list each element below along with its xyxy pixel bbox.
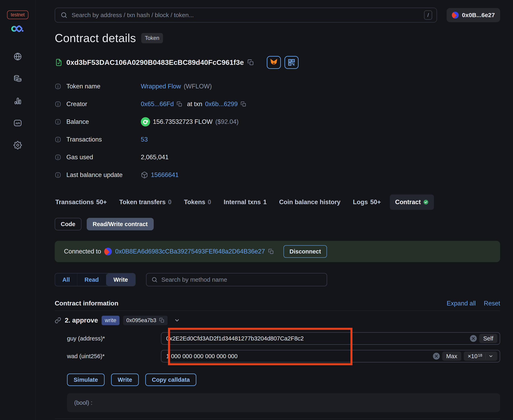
guy-address-input[interactable] — [166, 335, 468, 342]
globe-icon[interactable] — [13, 52, 22, 61]
param-label: guy (address)* — [55, 335, 161, 342]
info-icon — [55, 154, 62, 160]
method-params: guy (address)* Self wad (uint256)* Max — [55, 332, 500, 362]
wad-uint256-field[interactable]: Max ×1018 — [161, 350, 500, 362]
flow-logo-icon[interactable] — [11, 24, 24, 33]
collapse-chevron-icon[interactable] — [174, 317, 180, 323]
connected-address-link[interactable]: 0x0B8EA6d6983cCBa39275493FEf648a2D64B36e… — [115, 248, 265, 255]
info-row-gas-used: Gas used 2,065,041 — [55, 152, 500, 162]
info-icon — [55, 119, 62, 125]
method-output: (bool) : — [67, 393, 500, 412]
wad-uint256-input[interactable] — [166, 353, 431, 360]
tab-logs[interactable]: Logs50+ — [349, 195, 384, 210]
expand-all-link[interactable]: Expand all — [447, 300, 476, 307]
qr-code-button[interactable] — [285, 56, 299, 69]
search-icon — [60, 11, 68, 19]
add-to-metamask-button[interactable] — [267, 56, 281, 69]
copy-selector-icon[interactable] — [159, 318, 164, 323]
api-icon[interactable]: API — [13, 119, 22, 128]
qr-code-icon — [287, 58, 295, 67]
sidebar-nav: API — [13, 52, 22, 150]
tab-coin-balance-history[interactable]: Coin balance history — [276, 195, 344, 210]
filter-all[interactable]: All — [55, 273, 77, 286]
read-write-contract-subtab[interactable]: Read/Write contract — [87, 218, 154, 230]
info-icon — [55, 172, 62, 178]
token-name-link[interactable]: Wrapped Flow — [141, 83, 181, 90]
info-icon — [55, 136, 62, 143]
method-search-input[interactable] — [161, 276, 322, 283]
method-selector-badge: 0x095ea7b3 — [123, 316, 168, 325]
connected-label: Connected to — [64, 248, 101, 255]
self-button[interactable]: Self — [479, 334, 497, 343]
info-row-last-balance-update: Last balance update 15666641 — [55, 170, 500, 180]
tab-transactions[interactable]: Transactions50+ — [52, 195, 110, 210]
charts-icon[interactable] — [13, 97, 22, 105]
divider — [55, 311, 500, 311]
svg-text:API: API — [15, 122, 20, 125]
tokens-icon[interactable] — [13, 74, 22, 83]
filter-write[interactable]: Write — [106, 273, 135, 286]
copy-txn-icon[interactable] — [241, 101, 246, 107]
copy-creator-icon[interactable] — [177, 101, 182, 107]
simulate-button[interactable]: Simulate — [67, 374, 105, 386]
guy-address-field[interactable]: Self — [161, 332, 500, 345]
metamask-fox-icon — [270, 58, 278, 67]
info-icon — [55, 83, 62, 90]
param-row-wad: wad (uint256)* Max ×1018 — [55, 350, 500, 362]
chevron-down-icon — [488, 354, 493, 359]
param-label: wad (uint256)* — [55, 353, 161, 360]
clear-input-icon[interactable] — [470, 335, 477, 342]
method-link-icon[interactable] — [55, 317, 61, 323]
tab-tokens[interactable]: Tokens0 — [180, 195, 214, 210]
divider — [55, 419, 500, 419]
token-symbol: (WFLOW) — [184, 83, 212, 90]
sidebar: testnet — [0, 0, 36, 420]
info-icon — [55, 101, 62, 107]
reset-link[interactable]: Reset — [484, 300, 500, 307]
tab-internal-txns[interactable]: Internal txns1 — [220, 195, 270, 210]
creator-address-link[interactable]: 0x65...66Fd — [141, 100, 174, 108]
contract-address: 0xd3bF53DAC106A0290B0483EcBC89d40FcC961f… — [66, 58, 244, 67]
disconnect-button[interactable]: Disconnect — [284, 245, 327, 258]
multiplier-dropdown[interactable]: ×1018 — [464, 352, 497, 361]
method-search[interactable] — [146, 273, 327, 286]
section-title: Contract information — [55, 300, 118, 307]
creation-txn-link[interactable]: 0x6b...6299 — [205, 100, 238, 108]
copy-connected-address-icon[interactable] — [268, 249, 274, 254]
max-button[interactable]: Max — [442, 352, 461, 361]
wallet-button[interactable]: 0x0B...6e27 — [447, 8, 500, 22]
tab-token-transfers[interactable]: Token transfers0 — [116, 195, 175, 210]
network-badge: testnet — [7, 10, 28, 19]
transactions-count-link[interactable]: 53 — [141, 136, 148, 143]
verified-contract-icon — [55, 58, 63, 67]
settings-gear-icon[interactable] — [13, 141, 22, 150]
filter-read[interactable]: Read — [77, 273, 106, 286]
write-button[interactable]: Write — [111, 374, 139, 386]
balance-usd: ($92.04) — [215, 118, 238, 125]
creator-connector: at txn — [187, 100, 202, 108]
info-row-balance: Balance 156.73532723 FLOW ($92.04) — [55, 117, 500, 127]
global-search[interactable]: / — [55, 8, 437, 22]
info-row-creator: Creator 0x65...66Fd at txn 0x6b...6299 — [55, 99, 500, 109]
method-filter-group: All Read Write — [55, 273, 136, 286]
copy-calldata-button[interactable]: Copy calldata — [145, 374, 197, 386]
flow-token-icon — [141, 117, 150, 127]
slash-shortcut-key: / — [424, 10, 432, 20]
balance-amount: 156.73532723 FLOW — [153, 118, 213, 125]
code-subtab[interactable]: Code — [55, 218, 81, 230]
search-icon — [151, 277, 158, 283]
contract-info-list: Token name Wrapped Flow (WFLOW) Creator … — [55, 81, 500, 180]
tab-bar: Transactions50+ Token transfers0 Tokens0… — [52, 195, 500, 210]
main-content: / 0x0B...6e27 Contract details Token 0xd… — [36, 0, 513, 420]
method-name: 2. approve — [65, 316, 98, 324]
global-search-input[interactable] — [72, 12, 420, 19]
last-block-link[interactable]: 15666641 — [151, 171, 179, 179]
write-badge: write — [102, 316, 119, 325]
copy-address-icon[interactable] — [248, 59, 254, 66]
block-cube-icon — [141, 171, 148, 179]
tab-contract[interactable]: Contract — [390, 195, 434, 210]
wallet-avatar — [452, 12, 459, 19]
app-screen: testnet — [0, 0, 513, 420]
clear-input-icon[interactable] — [433, 353, 440, 360]
connected-banner: Connected to 0x0B8EA6d6983cCBa39275493FE… — [55, 241, 500, 262]
